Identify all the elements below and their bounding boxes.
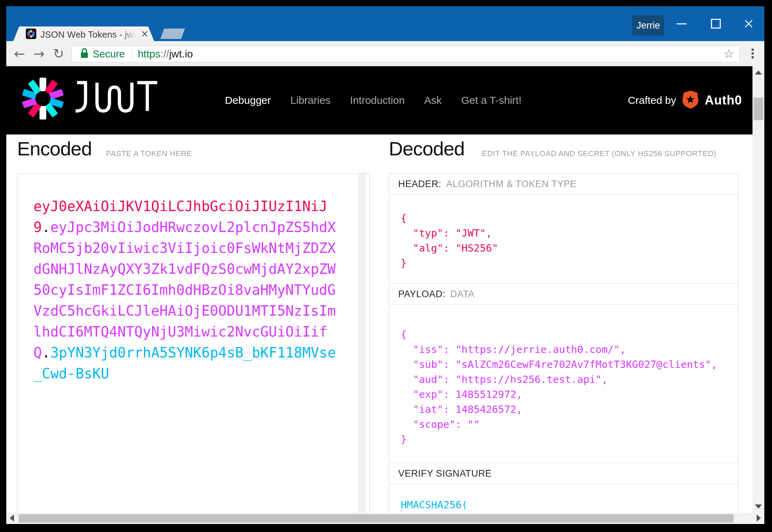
decoded-title: Decoded <box>389 137 464 160</box>
close-button[interactable] <box>736 6 761 41</box>
decoded-subtitle: EDIT THE PAYLOAD AND SECRET (ONLY HS256 … <box>482 149 716 158</box>
main-navigation: Debugger Libraries Introduction Ask Get … <box>225 66 521 134</box>
header-section-sublabel: ALGORITHM & TOKEN TYPE <box>446 179 577 190</box>
payload-section-sublabel: DATA <box>450 289 475 300</box>
token-dot-1: . <box>42 219 50 235</box>
token-dot-2: . <box>42 345 50 361</box>
scroll-up-icon[interactable] <box>755 70 762 75</box>
reload-icon[interactable]: ↻ <box>49 41 68 66</box>
secure-badge[interactable]: Secure <box>93 48 125 60</box>
url-scheme-separator: :// <box>160 48 169 60</box>
jwt-logo-icon[interactable] <box>21 77 65 122</box>
vertical-scroll-thumb[interactable] <box>754 98 763 120</box>
scroll-down-icon[interactable] <box>755 504 762 509</box>
tab-close-icon[interactable] <box>141 30 149 38</box>
nav-item-tshirt[interactable]: Get a T-shirt! <box>461 94 522 106</box>
token-signature-segment: 3pYN3Yjd0rrhA5SYNK6p4sB_bKF118MVse_Cwd-B… <box>33 345 336 381</box>
horizontal-scroll-thumb[interactable] <box>19 514 734 523</box>
crafted-by: Crafted by Auth0 <box>628 66 742 134</box>
scroll-right-icon[interactable] <box>757 515 761 522</box>
jwt-wordmark[interactable] <box>72 80 159 116</box>
page-content: Encoded PASTE A TOKEN HERE Decoded EDIT … <box>6 134 752 513</box>
site-header: Debugger Libraries Introduction Ask Get … <box>6 66 764 134</box>
header-section-label: HEADER: <box>398 179 441 190</box>
header-section-row: HEADER: ALGORITHM & TOKEN TYPE <box>389 174 738 195</box>
payload-section-label: PAYLOAD: <box>398 289 445 300</box>
decoded-panel: HEADER: ALGORITHM & TOKEN TYPE { "typ": … <box>389 173 739 513</box>
url-host: jwt.io <box>169 48 193 60</box>
auth0-logo-icon[interactable] <box>682 91 698 110</box>
screenshot-stage: JSON Web Tokens - jwt.io Jerrie ← → ↻ <box>0 0 772 532</box>
new-tab-button[interactable] <box>160 29 185 39</box>
browser-toolbar: ← → ↻ Secure https://jwt.io ☆ <box>6 41 764 67</box>
payload-section-row: PAYLOAD: DATA <box>389 283 738 305</box>
nav-item-debugger[interactable]: Debugger <box>225 94 271 106</box>
nav-item-ask[interactable]: Ask <box>424 94 442 106</box>
encoded-scrollbar[interactable] <box>358 174 366 513</box>
encoded-subtitle: PASTE A TOKEN HERE <box>106 149 192 158</box>
url-divider <box>132 49 132 59</box>
browser-tab[interactable]: JSON Web Tokens - jwt.io <box>13 26 154 41</box>
auth0-label[interactable]: Auth0 <box>705 93 742 108</box>
url-bar[interactable]: Secure https://jwt.io ☆ <box>71 46 740 62</box>
horizontal-scrollbar[interactable] <box>6 513 764 524</box>
profile-chip[interactable]: Jerrie <box>632 15 664 36</box>
jwt-favicon-icon <box>26 29 36 39</box>
verify-signature-code[interactable]: HMACSHA256( <box>401 499 468 511</box>
scroll-left-icon[interactable] <box>10 515 14 522</box>
back-icon[interactable]: ← <box>10 41 29 66</box>
url-scheme: https <box>138 48 160 60</box>
encoded-token-editor[interactable]: eyJ0eXAiOiJKV1QiLCJhbGciOiJIUzI1NiJ9.eyJ… <box>17 173 370 513</box>
lock-icon <box>80 48 89 60</box>
payload-json-editor[interactable]: { "iss": "https://jerrie.auth0.com/", "s… <box>401 327 717 447</box>
jwt-token-text[interactable]: eyJ0eXAiOiJKV1QiLCJhbGciOiJIUzI1NiJ9.eyJ… <box>33 196 337 384</box>
browser-window: JSON Web Tokens - jwt.io Jerrie ← → ↻ <box>6 6 764 524</box>
titlebar: JSON Web Tokens - jwt.io Jerrie <box>6 6 764 41</box>
verify-section-label: VERIFY SIGNATURE <box>398 468 492 479</box>
bookmark-star-icon[interactable]: ☆ <box>724 47 734 61</box>
encoded-title: Encoded <box>17 137 92 160</box>
crafted-by-label: Crafted by <box>628 94 676 106</box>
maximize-button[interactable] <box>704 6 728 41</box>
url-text[interactable]: https://jwt.io <box>138 48 193 60</box>
minimize-button[interactable] <box>669 6 694 41</box>
vertical-scrollbar[interactable] <box>752 66 764 513</box>
tab-title: JSON Web Tokens - jwt.io <box>40 29 135 40</box>
nav-item-libraries[interactable]: Libraries <box>290 94 331 106</box>
forward-icon[interactable]: → <box>29 41 49 66</box>
token-payload-segment: eyJpc3MiOiJodHRwczovL2plcnJpZS5hdXRoMC5j… <box>33 219 336 361</box>
header-json-editor[interactable]: { "typ": "JWT", "alg": "HS256" } <box>401 211 498 271</box>
browser-menu-icon[interactable] <box>751 47 754 61</box>
nav-item-introduction[interactable]: Introduction <box>350 94 405 106</box>
verify-section-row: VERIFY SIGNATURE <box>389 463 738 484</box>
